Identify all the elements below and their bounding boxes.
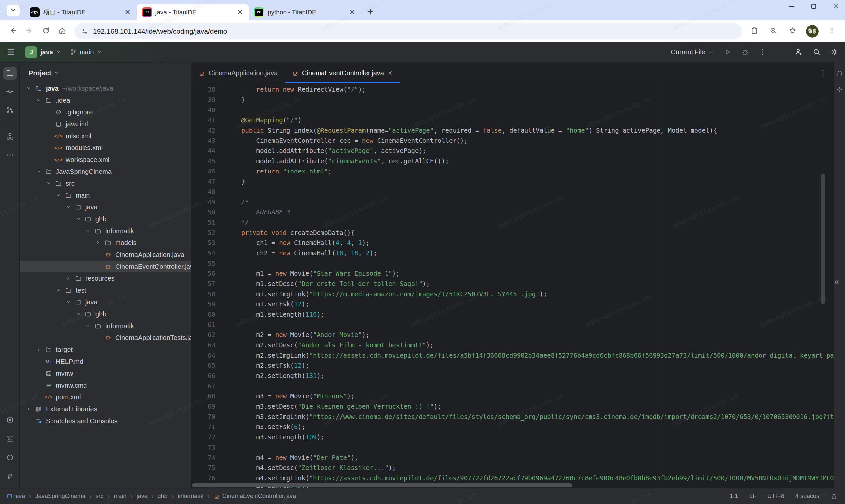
close-icon[interactable]: × (388, 69, 392, 77)
tree-item-mvnw-cmd[interactable]: mvnw.cmd (20, 379, 191, 391)
code-line-76[interactable]: 76 m4.setImgLink("https://assets.cdn.mov… (191, 473, 834, 483)
pull-requests-tool-button[interactable] (3, 104, 17, 118)
debug-button[interactable] (741, 48, 749, 56)
tree-item--idea[interactable]: .idea (20, 94, 191, 106)
commit-tool-button[interactable] (3, 86, 17, 98)
tree-item-cinemaapplicationtests-java[interactable]: CinemaApplicationTests.java (20, 332, 191, 344)
chevron-down-icon[interactable] (34, 97, 43, 103)
bookmark-button[interactable] (784, 23, 801, 39)
clipboard-button[interactable] (746, 23, 762, 39)
more-tools-button[interactable] (3, 149, 17, 162)
line-number[interactable]: 52 (191, 228, 215, 238)
line-number[interactable]: 39 (191, 95, 215, 105)
code-line-45[interactable]: 45 model.addAttribute("cinemaEvents", ce… (191, 156, 834, 166)
code-line-54[interactable]: 54 ch2 = new CinemaHall(18, 18, 2); (191, 248, 834, 258)
services-tool-button[interactable] (3, 414, 17, 427)
line-number[interactable]: 45 (191, 156, 215, 166)
code-line-66[interactable]: 66 m2.setLength(131); (191, 371, 834, 381)
breadcrumb-item[interactable]: CinemaEventController.java (214, 493, 296, 500)
zoom-button[interactable] (765, 23, 781, 39)
chevron-down-icon[interactable] (64, 204, 73, 210)
line-number[interactable]: 75 (191, 463, 215, 473)
tree-item-workspace-xml[interactable]: </> workspace.xml (20, 154, 191, 166)
chevron-down-icon[interactable] (53, 288, 64, 293)
line-number[interactable]: 71 (191, 422, 215, 432)
chevron-right-icon[interactable] (64, 276, 73, 281)
notifications-button[interactable] (836, 70, 843, 77)
chevron-down-icon[interactable] (34, 169, 43, 174)
line-number[interactable]: 64 (191, 350, 215, 361)
line-number[interactable]: 54 (191, 248, 215, 258)
code-line-63[interactable]: 63 m2.setDesc("Andor als Film - kommt be… (191, 340, 834, 350)
chevron-down-icon[interactable] (64, 300, 73, 305)
line-number[interactable]: 59 (191, 299, 215, 309)
home-button[interactable] (54, 23, 71, 39)
chevron-right-icon[interactable] (24, 407, 34, 412)
line-number[interactable]: 70 (191, 412, 215, 422)
breadcrumb-item[interactable]: src (95, 493, 103, 500)
chevron-right-icon[interactable] (34, 347, 43, 352)
line-number[interactable]: 60 (191, 309, 215, 320)
caret-position[interactable]: 1:1 (730, 493, 738, 500)
chevron-down-icon[interactable] (43, 181, 53, 186)
lock-open-icon[interactable] (830, 493, 838, 500)
chevron-down-icon[interactable] (73, 311, 83, 317)
file-encoding[interactable]: UTF-8 (768, 493, 784, 500)
line-number[interactable]: 62 (191, 330, 215, 340)
problems-tool-button[interactable] (3, 452, 17, 465)
code-line-40[interactable]: 40 (191, 105, 834, 115)
code-line-75[interactable]: 75 m4.setDesc("Zeitloser Klassiker..."); (191, 463, 834, 473)
code-line-51[interactable]: 51 */ (191, 217, 834, 228)
search-everywhere-button[interactable] (813, 48, 821, 56)
line-number[interactable]: 56 (191, 269, 215, 279)
line-number[interactable]: 63 (191, 340, 215, 350)
run-configuration-selector[interactable]: Current File (671, 49, 714, 56)
new-tab-button[interactable] (364, 6, 377, 19)
window-close-button[interactable] (832, 2, 840, 11)
project-tool-button[interactable] (3, 67, 17, 80)
tab-close-icon[interactable]: ✕ (347, 8, 357, 17)
code-line-39[interactable]: 39 } (191, 95, 834, 105)
code-line-53[interactable]: 53 ch1 = new CinemaHall(4, 4, 1); (191, 238, 834, 248)
project-panel-header[interactable]: Project (20, 63, 191, 78)
code-line-65[interactable]: 65 m2.setFsk(12); (191, 361, 834, 371)
tree-item-java-iml[interactable]: java.iml (20, 118, 191, 130)
reload-button[interactable] (38, 23, 54, 39)
code-line-74[interactable]: 74 m4 = new Movie("Der Pate"); (191, 452, 834, 463)
tree-item-pom-xml[interactable]: </> pom.xml (20, 391, 191, 403)
line-number[interactable]: 49 (191, 197, 215, 207)
code-line-49[interactable]: 49 /* (191, 197, 834, 207)
tab-close-icon[interactable]: ✕ (123, 8, 133, 17)
code-line-59[interactable]: 59 m1.setFsk(12); (191, 299, 834, 309)
horizontal-scrollbar[interactable] (192, 483, 573, 487)
version-control-tool-button[interactable] (3, 470, 17, 484)
tree-item-src[interactable]: src (20, 178, 191, 189)
line-number[interactable]: 61 (191, 320, 215, 330)
line-number[interactable]: 58 (191, 289, 215, 299)
browser-menu-button[interactable] (824, 23, 840, 39)
browser-tab[interactable]: IJ java - TitanIDE ✕ (137, 4, 249, 20)
line-ending[interactable]: LF (749, 493, 756, 500)
breadcrumb-item[interactable]: JavaSpringCinema (35, 493, 86, 500)
tree-item-cinemaapplication-java[interactable]: CinemaApplication.java (20, 249, 191, 260)
code-line-70[interactable]: 70 m3.setImgLink("https://www.cinema.de/… (191, 412, 834, 422)
line-number[interactable]: 46 (191, 166, 215, 177)
code-line-46[interactable]: 46 return "index.html"; (191, 166, 834, 177)
tree-item-test[interactable]: test (20, 284, 191, 296)
line-number[interactable]: 69 (191, 401, 215, 412)
code-line-43[interactable]: 43 CinemaEventController cec = new Cinem… (191, 136, 834, 146)
site-settings-icon[interactable] (81, 28, 88, 35)
tree-item-help-md[interactable]: M↓ HELP.md (20, 356, 191, 367)
line-number[interactable]: 66 (191, 371, 215, 381)
tree-item-java[interactable]: java (20, 201, 191, 213)
code-line-48[interactable]: 48 (191, 187, 834, 197)
tree-item-ghb[interactable]: ghb (20, 308, 191, 320)
line-number[interactable]: 53 (191, 238, 215, 248)
chevron-down-icon[interactable] (24, 86, 34, 91)
line-number[interactable]: 41 (191, 115, 215, 125)
tree-item-java[interactable]: java (20, 296, 191, 308)
tree-item-mvnw[interactable]: mvnw (20, 367, 191, 379)
line-number[interactable]: 47 (191, 177, 215, 187)
chevron-down-icon[interactable] (83, 228, 93, 234)
line-number[interactable]: 73 (191, 442, 215, 452)
